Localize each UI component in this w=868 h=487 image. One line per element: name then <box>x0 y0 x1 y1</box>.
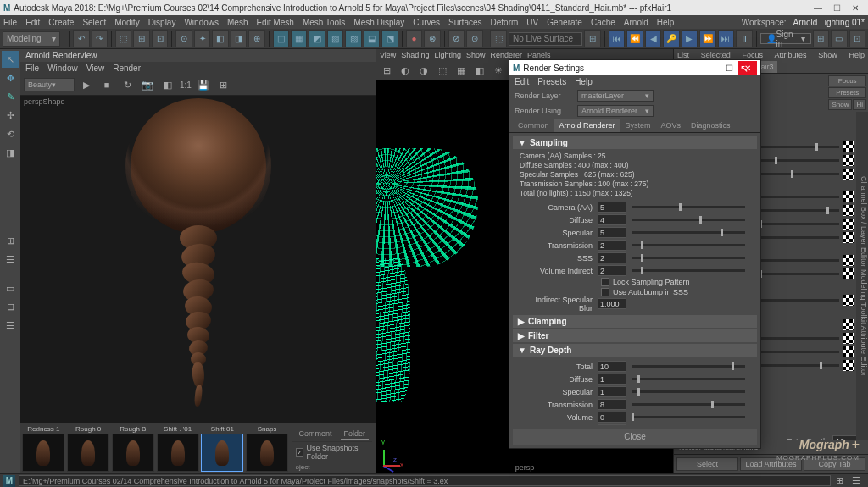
shelf-btn[interactable]: ● <box>406 30 422 47</box>
vp-menu-show[interactable]: Show <box>466 51 486 59</box>
menu-deform[interactable]: Deform <box>491 18 519 27</box>
menu-create[interactable]: Create <box>48 18 74 27</box>
shelf-btn[interactable]: ◧ <box>212 30 228 47</box>
checkbox[interactable] <box>601 288 609 296</box>
checker-icon[interactable] <box>843 232 854 243</box>
shelf-btn[interactable]: ⬓ <box>364 30 380 47</box>
menu-windows[interactable]: Windows <box>184 18 219 27</box>
value-slider[interactable] <box>632 219 745 221</box>
menu-meshtools[interactable]: Mesh Tools <box>303 18 345 27</box>
indirect-spec-input[interactable]: 1.000 <box>598 298 626 309</box>
vp-tool[interactable]: ⊞ <box>378 62 395 79</box>
timeline-play[interactable]: ▶ <box>682 30 698 47</box>
value-slider[interactable] <box>632 257 745 259</box>
menu-edit[interactable]: Edit <box>25 18 40 27</box>
checkbox[interactable] <box>601 278 609 286</box>
shelf-btn[interactable]: ✦ <box>194 30 210 47</box>
shelf-btn[interactable]: ⊙ <box>466 30 482 47</box>
value-input[interactable]: 8 <box>598 399 626 410</box>
value-input[interactable]: 2 <box>598 240 626 251</box>
arv-viewport[interactable]: perspShape <box>20 96 376 423</box>
timeline-end[interactable]: ⏭ <box>718 30 734 47</box>
shelf-btn[interactable]: ⊘ <box>448 30 465 47</box>
arv-tool[interactable]: ⊞ <box>215 76 232 93</box>
value-slider[interactable] <box>632 378 745 380</box>
value-slider[interactable] <box>632 269 745 272</box>
close-button[interactable]: ✕ <box>846 2 865 14</box>
rs-menu-edit[interactable]: Edit <box>515 77 529 86</box>
menu-display[interactable]: Display <box>148 18 176 27</box>
shelf-btn[interactable]: ⬚ <box>490 30 506 47</box>
checker-icon[interactable] <box>843 219 854 230</box>
value-input[interactable]: 4 <box>598 214 626 225</box>
rs-section-clamping[interactable]: ▶ Clamping <box>513 315 757 328</box>
arv-menu-file[interactable]: File <box>25 64 39 73</box>
checker-icon[interactable] <box>843 346 854 357</box>
maximize-button[interactable]: ☐ <box>827 2 846 14</box>
ae-menu-help[interactable]: Help <box>849 51 865 59</box>
menu-mesh[interactable]: Mesh <box>227 18 248 27</box>
value-input[interactable]: 1 <box>598 386 626 397</box>
shelf-btn[interactable]: ▭ <box>831 30 847 47</box>
checker-icon[interactable] <box>843 268 854 279</box>
menu-generate[interactable]: Generate <box>547 18 582 27</box>
arv-tool[interactable]: 📷 <box>139 76 156 93</box>
ae-focus-btn[interactable]: Focus <box>828 75 866 86</box>
shelf-btn[interactable]: ⊗ <box>424 30 440 47</box>
scale-tool[interactable]: ◨ <box>2 144 19 161</box>
arv-menu-view[interactable]: View <box>86 64 105 73</box>
timeline-pause[interactable]: ⏸ <box>736 30 752 47</box>
vp-menu-renderer[interactable]: Renderer <box>490 51 522 59</box>
arv-tool[interactable]: ◧ <box>159 76 176 93</box>
ae-menu-show[interactable]: Show <box>818 51 837 59</box>
rs-menu-presets[interactable]: Presets <box>537 77 566 86</box>
ae-presets-btn[interactable]: Presets <box>828 87 866 98</box>
shelf-btn[interactable]: ⬚ <box>115 30 131 47</box>
live-surface-field[interactable]: No Live Surface <box>509 32 583 46</box>
arv-tool[interactable]: 💾 <box>195 76 212 93</box>
vp-tool[interactable]: ☀ <box>490 62 507 79</box>
rs-tab-diagnostics[interactable]: Diagnostics <box>686 119 736 132</box>
outliner-tool[interactable]: ☰ <box>2 251 19 268</box>
arv-zoom[interactable]: 1:1 <box>180 80 192 90</box>
snapshot-thumbnail[interactable]: Shift 01 <box>201 425 244 472</box>
vp-menu-shading[interactable]: Shading <box>401 51 429 59</box>
menu-file[interactable]: File <box>3 18 17 27</box>
value-slider[interactable] <box>632 365 745 368</box>
rs-renderer-dropdown[interactable]: Arnold Renderer▾ <box>577 105 654 117</box>
rs-menu-help[interactable]: Help <box>575 77 593 86</box>
ae-hide-btn[interactable]: Hi <box>853 99 866 110</box>
ae-side-tabs[interactable]: Channel Box / Layer Editor Modeling Tool… <box>856 112 868 440</box>
timeline-back[interactable]: ◀ <box>645 30 661 47</box>
value-input[interactable]: 2 <box>598 252 626 263</box>
snapshot-thumbnail[interactable]: Rough 0 <box>67 425 110 472</box>
snapshot-thumbnail[interactable]: Redness 1 <box>22 425 65 472</box>
timeline-stepback[interactable]: ⏪ <box>626 30 643 47</box>
checkbox[interactable]: ✓ <box>296 448 303 457</box>
snapshot-thumbnail[interactable]: Snaps <box>246 425 289 472</box>
shelf-btn[interactable]: ◨ <box>231 30 247 47</box>
checker-icon[interactable] <box>843 205 854 216</box>
shelf-btn[interactable]: ▨ <box>345 30 361 47</box>
rs-close-btn[interactable]: ✕↖ <box>738 61 757 75</box>
value-input[interactable]: 5 <box>598 227 626 238</box>
checker-icon[interactable] <box>843 169 854 180</box>
checker-icon[interactable] <box>843 319 854 330</box>
checker-icon[interactable] <box>843 155 854 166</box>
vp-menu-panels[interactable]: Panels <box>527 51 551 59</box>
value-input[interactable]: 10 <box>598 424 626 425</box>
timeline-rewind[interactable]: ⏮ <box>609 30 625 47</box>
menu-editmesh[interactable]: Edit Mesh <box>256 18 293 27</box>
checker-icon[interactable] <box>843 333 854 344</box>
shelf-btn[interactable]: ◩ <box>309 30 325 47</box>
value-slider[interactable] <box>632 206 745 208</box>
timeline-key[interactable]: 🔑 <box>663 30 679 47</box>
value-slider[interactable] <box>632 403 745 406</box>
value-input[interactable]: 5 <box>598 202 626 213</box>
shelf-btn[interactable]: ⊡ <box>849 30 865 47</box>
vp-menu-lighting[interactable]: Lighting <box>434 51 461 59</box>
ae-menu-focus[interactable]: Focus <box>742 51 763 59</box>
vp-tool[interactable]: ◑ <box>415 62 432 79</box>
rs-layer-dropdown[interactable]: masterLayer▾ <box>577 90 654 102</box>
vp-tool[interactable]: ⬚ <box>434 62 451 79</box>
